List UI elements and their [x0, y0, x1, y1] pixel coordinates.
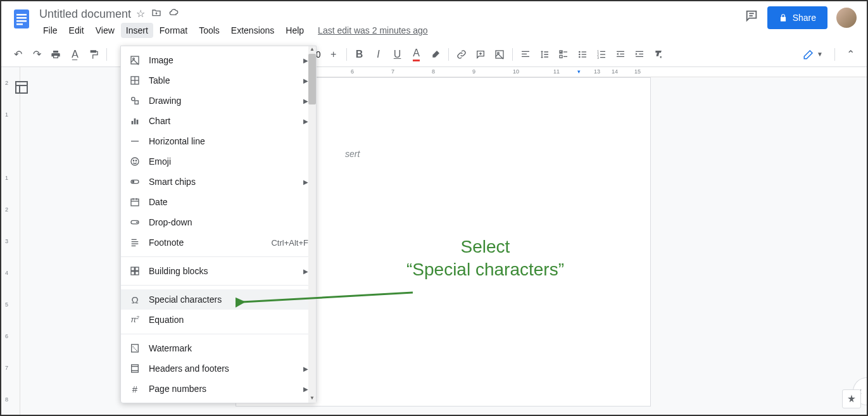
insert-building-blocks[interactable]: Building blocks▶: [121, 261, 316, 281]
move-to-folder-icon[interactable]: [151, 8, 161, 20]
bold-icon[interactable]: B: [351, 46, 368, 63]
clear-format-icon[interactable]: [650, 46, 667, 63]
watermark-icon: [129, 342, 141, 355]
share-button[interactable]: Share: [767, 6, 827, 29]
bullet-list-icon[interactable]: [574, 46, 591, 63]
pagenum-icon: #: [129, 382, 141, 395]
svg-rect-2: [16, 17, 27, 19]
menu-separator: [121, 256, 316, 257]
insert-table[interactable]: Table▶: [121, 70, 316, 91]
menu-insert[interactable]: Insert: [121, 23, 153, 38]
document-title[interactable]: Untitled document: [39, 8, 131, 21]
submenu-arrow-icon: ▶: [303, 365, 308, 372]
scroll-down-icon[interactable]: ▼: [308, 395, 316, 403]
svg-rect-11: [522, 51, 529, 51]
insert-headers-and-footers[interactable]: Headers and footers▶: [121, 358, 316, 379]
docs-logo[interactable]: [9, 6, 34, 32]
insert-chart[interactable]: Chart▶: [121, 111, 316, 131]
increase-indent-icon[interactable]: [631, 46, 648, 63]
menu-format[interactable]: Format: [154, 23, 192, 38]
menu-item-label: Page numbers: [149, 384, 303, 394]
explore-button[interactable]: [842, 389, 861, 408]
spellcheck-icon[interactable]: A̲: [66, 46, 84, 63]
insert-special-characters[interactable]: ΩSpecial characters: [121, 289, 316, 310]
menu-file[interactable]: File: [38, 23, 63, 38]
cloud-saved-icon[interactable]: [168, 8, 179, 20]
menu-extensions[interactable]: Extensions: [226, 23, 279, 38]
svg-rect-62: [132, 243, 139, 244]
submenu-arrow-icon: ▶: [303, 77, 308, 84]
numbered-list-icon[interactable]: 123: [593, 46, 610, 63]
menu-help[interactable]: Help: [280, 23, 309, 38]
print-icon[interactable]: [47, 46, 65, 63]
text-color-icon[interactable]: A: [408, 46, 425, 63]
dropdown-scrollbar[interactable]: ▲ ▼: [308, 46, 316, 403]
insert-image-icon[interactable]: [491, 46, 508, 63]
add-comment-icon[interactable]: [472, 46, 489, 63]
editing-mode-button[interactable]: ▼: [798, 46, 828, 63]
chevron-up-icon[interactable]: ⌃: [841, 46, 859, 63]
submenu-arrow-icon: ▶: [303, 118, 308, 125]
font-size-plus-icon[interactable]: +: [325, 46, 343, 63]
insert-horizontal-line[interactable]: Horizontal line: [121, 131, 316, 151]
menu-edit[interactable]: Edit: [64, 23, 89, 38]
svg-rect-68: [132, 344, 139, 352]
user-avatar[interactable]: [836, 8, 857, 28]
menu-item-label: Footnote: [149, 237, 271, 248]
redo-icon[interactable]: ↷: [28, 46, 46, 63]
submenu-arrow-icon: ▶: [303, 386, 308, 393]
insert-link-icon[interactable]: [453, 46, 470, 63]
menu-shortcut: Ctrl+Alt+F: [271, 238, 308, 248]
menu-item-label: Horizontal line: [149, 136, 308, 146]
menu-tools[interactable]: Tools: [194, 23, 225, 38]
svg-rect-19: [581, 51, 586, 52]
scroll-up-icon[interactable]: ▲: [308, 46, 316, 54]
svg-rect-67: [135, 272, 139, 275]
insert-date[interactable]: Date: [121, 192, 316, 212]
svg-point-50: [131, 158, 139, 165]
line-spacing-icon[interactable]: [536, 46, 553, 63]
comments-icon[interactable]: [745, 9, 758, 27]
insert-equation[interactable]: π2Equation: [121, 310, 316, 330]
svg-rect-46: [132, 121, 134, 124]
insert-drop-down[interactable]: Drop-down: [121, 212, 316, 232]
insert-drawing[interactable]: Drawing▶: [121, 91, 316, 111]
svg-point-52: [135, 160, 136, 161]
emoji-icon: [129, 155, 141, 168]
insert-footnote[interactable]: FootnoteCtrl+Alt+F: [121, 232, 316, 253]
align-icon[interactable]: [517, 46, 534, 63]
star-icon[interactable]: ☆: [136, 8, 145, 20]
insert-page-numbers[interactable]: #Page numbers▶: [121, 379, 316, 399]
svg-rect-45: [135, 101, 138, 104]
svg-point-20: [579, 53, 581, 55]
image-icon: [129, 54, 141, 66]
svg-rect-35: [636, 56, 643, 56]
svg-rect-30: [617, 51, 624, 51]
menu-view[interactable]: View: [91, 23, 120, 38]
paint-format-icon[interactable]: [85, 46, 103, 63]
svg-rect-49: [131, 141, 139, 141]
undo-icon[interactable]: ↶: [9, 46, 27, 63]
app-header: Untitled document ☆ File Edit View Inser…: [1, 1, 867, 42]
vertical-ruler: 2112345678: [1, 67, 20, 415]
svg-point-51: [133, 160, 134, 161]
scroll-thumb[interactable]: [308, 54, 316, 104]
svg-rect-32: [617, 56, 624, 56]
insert-image[interactable]: Image▶: [121, 50, 316, 70]
insert-emoji[interactable]: Emoji: [121, 151, 316, 172]
svg-rect-21: [581, 54, 586, 54]
menu-item-label: Drawing: [149, 96, 303, 106]
checklist-icon[interactable]: [555, 46, 572, 63]
insert-watermark[interactable]: Watermark: [121, 338, 316, 358]
svg-rect-66: [131, 272, 134, 275]
underline-icon[interactable]: U: [389, 46, 406, 63]
menu-item-label: Special characters: [149, 294, 308, 305]
italic-icon[interactable]: I: [370, 46, 387, 63]
decrease-indent-icon[interactable]: [612, 46, 629, 63]
highlight-icon[interactable]: [427, 46, 444, 63]
svg-rect-65: [135, 267, 139, 270]
svg-rect-70: [132, 365, 139, 372]
svg-rect-31: [620, 53, 624, 54]
insert-smart-chips[interactable]: Smart chips▶: [121, 172, 316, 192]
last-edit-link[interactable]: Last edit was 2 minutes ago: [318, 25, 428, 35]
